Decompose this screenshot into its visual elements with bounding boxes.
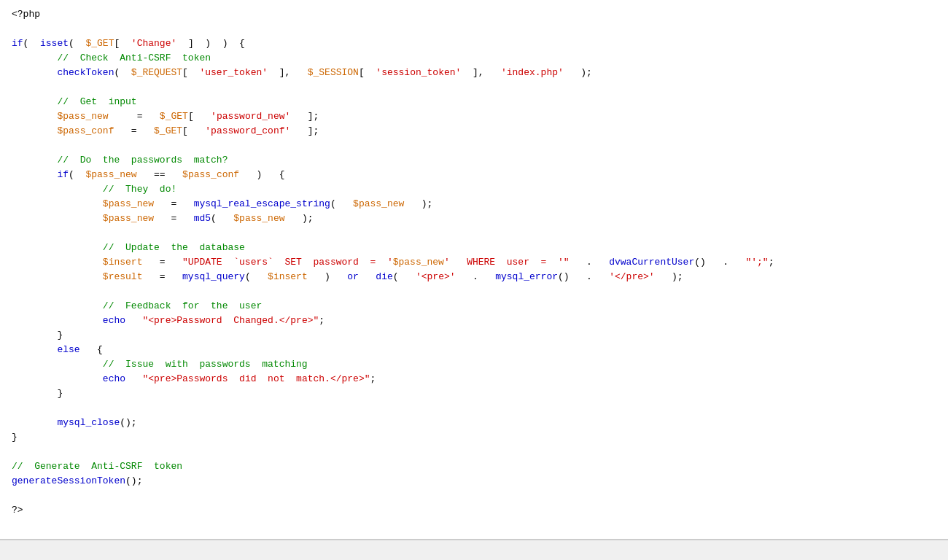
code-line-25: // Issue with passwords matching	[12, 357, 936, 372]
code-line-31	[12, 445, 936, 459]
code-line-7: // Get input	[12, 95, 936, 109]
code-line-19: $result = mysql_query( $insert ) or die(…	[12, 270, 936, 284]
code-line-11: // Do the passwords match?	[12, 153, 936, 168]
code-line-1: <?php	[12, 7, 936, 22]
code-line-29: mysql_close();	[12, 416, 936, 430]
code-line-6	[12, 80, 936, 95]
code-line-8: $pass_new = $_GET[ 'password_new' ];	[12, 109, 936, 124]
code-line-33: generateSessionToken();	[12, 474, 936, 489]
code-line-15: $pass_new = md5( $pass_new );	[12, 211, 936, 226]
code-line-2	[12, 22, 936, 36]
code-line-10	[12, 139, 936, 153]
code-line-34	[12, 489, 936, 503]
code-line-14: $pass_new = mysql_real_escape_string( $p…	[12, 197, 936, 211]
code-line-3: if( isset( $_GET[ 'Change' ] ) ) {	[12, 36, 936, 51]
code-line-28	[12, 401, 936, 416]
code-editor: <?php if( isset( $_GET[ 'Change' ] ) ) {…	[0, 0, 948, 540]
code-line-13: // They do!	[12, 182, 936, 197]
code-line-16	[12, 226, 936, 241]
code-line-17: // Update the database	[12, 241, 936, 255]
code-line-30: }	[12, 430, 936, 445]
code-line-35: ?>	[12, 503, 936, 518]
code-line-32: // Generate Anti-CSRF token	[12, 459, 936, 474]
bottom-bar	[0, 540, 948, 560]
code-line-18: $insert = "UPDATE `users` SET password =…	[12, 255, 936, 270]
code-line-22: echo "<pre>Password Changed.</pre>";	[12, 314, 936, 328]
code-line-23: }	[12, 328, 936, 343]
code-line-20	[12, 284, 936, 299]
code-line-26: echo "<pre>Passwords did not match.</pre…	[12, 372, 936, 386]
code-line-4: // Check Anti-CSRF token	[12, 51, 936, 66]
code-line-12: if( $pass_new == $pass_conf ) {	[12, 168, 936, 182]
code-line-21: // Feedback for the user	[12, 299, 936, 314]
code-line-27: }	[12, 386, 936, 401]
code-line-9: $pass_conf = $_GET[ 'password_conf' ];	[12, 124, 936, 139]
code-line-24: else {	[12, 343, 936, 357]
code-line-5: checkToken( $_REQUEST[ 'user_token' ], $…	[12, 66, 936, 80]
